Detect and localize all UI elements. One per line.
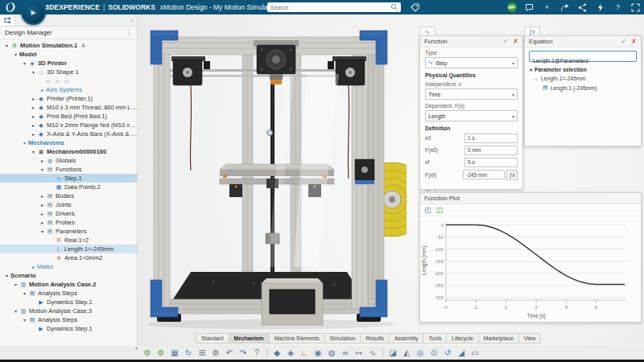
lightning-icon[interactable] bbox=[595, 2, 605, 13]
collapse-arrow-icon[interactable]: ▸ bbox=[39, 158, 46, 163]
undo-icon[interactable]: ↶ bbox=[223, 346, 236, 359]
user-avatar[interactable]: MP bbox=[507, 2, 517, 12]
tab-results[interactable]: Results bbox=[361, 333, 390, 343]
tree-item-printer-printer-1[interactable]: ▸◆Printer (Printer.1) bbox=[0, 94, 137, 103]
fit-view-icon[interactable]: ◰ bbox=[424, 206, 431, 214]
tree-item-joints[interactable]: ▸▤Joints bbox=[0, 200, 137, 209]
expand-arrow-icon[interactable]: ▾ bbox=[30, 149, 37, 154]
control-box[interactable] bbox=[262, 278, 323, 325]
tab-standard[interactable]: Standard bbox=[196, 333, 229, 343]
network-icon[interactable] bbox=[577, 2, 588, 13]
collapse-arrow-icon[interactable]: ▸ bbox=[39, 87, 46, 93]
zx-plane-icon[interactable]: ▱ bbox=[64, 78, 68, 84]
tree-item-mechanism00000160[interactable]: ▾▣Mechanism00000160 bbox=[0, 147, 137, 156]
tree-item-dynamics-step-1[interactable]: ▶Dynamics Step.1 bbox=[0, 298, 137, 306]
tree-item-print-bed-print-bed-1[interactable]: ▸◆Print Bed (Print Bed.1) bbox=[0, 112, 137, 121]
share-icon[interactable] bbox=[559, 2, 570, 13]
tab-tools[interactable]: Tools bbox=[423, 333, 447, 343]
collapse-arrow-icon[interactable]: ▸ bbox=[39, 211, 46, 216]
section-view-icon[interactable]: ◪ bbox=[386, 346, 399, 359]
tree-item-x-axis-y-axis-bars-x-axis-y-axis[interactable]: ▸◆X-Axis & Y-Axis Bars (X-Axis & Y-Axis … bbox=[0, 130, 137, 138]
tree-item-motion-analysis-case-2[interactable]: ▾▥Motion Analysis Case.2 bbox=[0, 280, 137, 289]
frame-rail-left[interactable] bbox=[154, 37, 170, 309]
redo-icon[interactable]: ↷ bbox=[237, 346, 250, 359]
side-motor[interactable] bbox=[355, 159, 374, 184]
yz-plane-icon[interactable]: ▱ bbox=[55, 78, 59, 84]
app-logo-xmotion[interactable]: ▶ bbox=[21, 0, 46, 25]
tab-mechanism[interactable]: Mechanism bbox=[229, 333, 270, 343]
tab-marketplace[interactable]: Marketplace bbox=[479, 333, 519, 343]
dependent-select[interactable]: Length ▾ bbox=[425, 110, 518, 121]
tree-item-step-1[interactable]: ∿Step.1 bbox=[0, 174, 137, 183]
tree-item-m10-x-2mm-flange-nut-m10-x-2mm[interactable]: ▸◆M10 x 2mm Flange Nut (M10 x 2mm ... bbox=[0, 121, 137, 130]
expand-arrow-icon[interactable]: ▾ bbox=[39, 228, 46, 234]
spring-icon[interactable]: ∿ bbox=[366, 346, 379, 359]
expand-arrow-icon[interactable]: ▾ bbox=[3, 273, 10, 278]
global-settings-icon[interactable]: ◎ bbox=[414, 346, 427, 359]
flexible-body-icon[interactable]: ◈ bbox=[284, 346, 297, 359]
fx-equation-button[interactable]: ƒx bbox=[506, 170, 518, 180]
tree-item-drivers[interactable]: ▸▤Drivers bbox=[0, 209, 137, 218]
tree-item-reference-planes[interactable]: ▱▱▱ bbox=[0, 76, 137, 85]
cancel-icon[interactable]: ✗ bbox=[513, 38, 518, 45]
export-icon[interactable]: ⊞ bbox=[196, 346, 208, 359]
expand-arrow-icon[interactable]: ▾ bbox=[39, 167, 46, 172]
fxf-field[interactable]: -245 mm bbox=[463, 170, 505, 179]
collapse-arrow-icon[interactable]: ▸ bbox=[30, 122, 37, 128]
search-icon[interactable] bbox=[390, 3, 398, 11]
expand-arrow-icon[interactable]: ▾ bbox=[21, 60, 28, 66]
printer-3d-model[interactable] bbox=[149, 26, 407, 331]
rigid-body-icon[interactable]: ◆ bbox=[270, 346, 283, 359]
motor-icon[interactable]: ◍ bbox=[325, 346, 338, 359]
force-icon[interactable]: ↦ bbox=[353, 346, 365, 359]
collapse-arrow-icon[interactable]: ▸ bbox=[39, 202, 46, 208]
expand-arrow-icon[interactable]: ▾ bbox=[12, 51, 19, 57]
tree-item-analysis-steps[interactable]: ▾▤Analysis Steps bbox=[0, 289, 137, 298]
export-plot-icon[interactable]: ◫ bbox=[436, 206, 444, 214]
tree-item-globals[interactable]: ▸◍Globals bbox=[0, 156, 137, 165]
collapse-arrow-icon[interactable]: ▸ bbox=[30, 131, 37, 137]
coupler-icon[interactable]: ∞ bbox=[339, 346, 352, 359]
add-icon[interactable]: + bbox=[542, 2, 552, 13]
tree-item-real-1-2[interactable]: RReal.1=2 bbox=[0, 236, 137, 245]
tree-item-m10-x-3-mm-thread-860-mm-long[interactable]: ▸◆M10 x 3 mm Thread, 860 mm Long, ... bbox=[0, 103, 137, 112]
tree-item-mates[interactable]: ▸Mates bbox=[0, 262, 137, 271]
tab-view[interactable]: View bbox=[519, 333, 542, 343]
touchscreen[interactable] bbox=[270, 290, 315, 314]
tree-item-functions[interactable]: ▾▤Functions bbox=[0, 165, 137, 174]
help-icon[interactable]: ? bbox=[613, 2, 623, 13]
collapse-arrow-icon[interactable]: ▸ bbox=[39, 220, 46, 225]
tree-item-dynamics-step-1[interactable]: ▶Dynamics Step.1 bbox=[0, 324, 137, 333]
collapse-arrow-icon[interactable]: ▸ bbox=[30, 96, 37, 101]
tree-item-probes[interactable]: ▸▤Probes bbox=[0, 218, 137, 227]
tree-item-length-1-245mm[interactable]: LLength.1=-245mm bbox=[0, 245, 137, 253]
parameter-value-length[interactable]: ▤ Length.1 (-245mm) bbox=[525, 83, 641, 93]
trace-path-icon[interactable]: ↺ bbox=[441, 346, 454, 359]
collapse-arrow-icon[interactable]: ▸ bbox=[30, 105, 37, 110]
equation-input[interactable] bbox=[530, 56, 636, 66]
ramp-icon[interactable]: ◢ bbox=[455, 346, 468, 359]
search-input[interactable] bbox=[267, 5, 390, 10]
help-icon[interactable]: ? bbox=[250, 346, 263, 359]
expand-arrow-icon[interactable]: ▾ bbox=[3, 43, 10, 48]
measure-icon[interactable]: ◭ bbox=[400, 346, 413, 359]
search-box[interactable] bbox=[267, 2, 401, 12]
collapse-arrow-icon[interactable]: ▸ bbox=[30, 113, 37, 119]
tree-item-data-points-2[interactable]: ▦Data Points.2 bbox=[0, 183, 137, 191]
refresh-icon[interactable]: ↻ bbox=[182, 346, 195, 359]
joint-icon[interactable]: ◉ bbox=[312, 346, 324, 359]
tree-item-analysis-steps[interactable]: ▾▤Analysis Steps bbox=[0, 315, 137, 324]
expand-arrow-icon[interactable]: ▾ bbox=[21, 290, 28, 296]
chat-icon[interactable] bbox=[524, 2, 535, 13]
cancel-icon[interactable]: ✗ bbox=[631, 38, 637, 45]
tab-simulation[interactable]: Simulation bbox=[325, 333, 361, 343]
expand-arrow-icon[interactable]: ▾ bbox=[30, 69, 37, 75]
xy-plane-icon[interactable]: ▱ bbox=[46, 78, 50, 84]
x0-field[interactable]: 1 s bbox=[464, 134, 518, 143]
document-title[interactable]: xMotion Design - My Motion Simulations bbox=[160, 3, 283, 11]
tab-machine-elements[interactable]: Machine Elements bbox=[270, 333, 325, 343]
independent-select[interactable]: Time ▾ bbox=[425, 88, 518, 100]
collapse-arrow-icon[interactable]: ▸ bbox=[39, 193, 46, 199]
tree-item-motion-simulation-1[interactable]: ▾⚙Motion Simulation.1A bbox=[0, 41, 137, 50]
tree-item-scenario[interactable]: ▾Scenario bbox=[0, 271, 137, 280]
